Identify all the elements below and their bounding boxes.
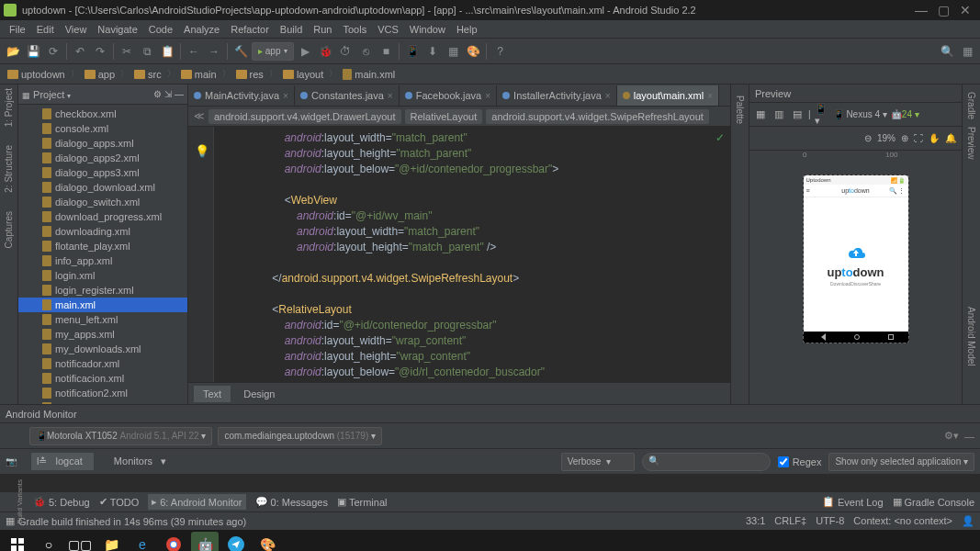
theme-editor-icon[interactable]: 🎨 <box>464 42 482 61</box>
menu-refactor[interactable]: Refactor <box>225 24 275 35</box>
zoom-out-icon[interactable]: ⊖ <box>864 133 872 143</box>
tool-tab-terminal[interactable]: ▣Terminal <box>337 496 388 508</box>
project-settings-icon[interactable]: ⚙ <box>153 89 162 99</box>
structure-tool-tab[interactable]: 2: Structure <box>4 145 14 193</box>
line-separator[interactable]: CRLF‡ <box>774 515 806 527</box>
redo-icon[interactable]: ↷ <box>91 42 109 61</box>
project-file[interactable]: download_progress.xml <box>18 209 187 224</box>
open-icon[interactable]: 📂 <box>4 42 22 61</box>
nav-layout[interactable]: layout <box>279 69 327 80</box>
avd-icon[interactable]: 📱 <box>403 42 422 61</box>
cut-icon[interactable]: ✂ <box>118 42 136 61</box>
chrome-icon[interactable] <box>160 532 187 551</box>
run-icon[interactable]: ▶ <box>296 42 314 61</box>
monitor-hide-icon[interactable]: — <box>964 431 974 442</box>
preview-tab[interactable]: Preview <box>966 127 976 160</box>
breadcrumb-item[interactable]: RelativeLayout <box>405 109 483 124</box>
intention-bulb-icon[interactable]: 💡 <box>195 143 206 154</box>
screenshot-icon[interactable]: 📷 <box>6 456 24 467</box>
paste-icon[interactable]: 📋 <box>158 42 176 61</box>
taskview-icon[interactable]: ▢▢ <box>66 532 94 551</box>
project-file[interactable]: my_apps.xml <box>18 327 187 342</box>
menu-view[interactable]: View <box>60 24 93 35</box>
menu-edit[interactable]: Edit <box>31 24 60 35</box>
menu-window[interactable]: Window <box>404 24 451 35</box>
menu-vcs[interactable]: VCS <box>372 24 404 35</box>
device-dropdown[interactable]: 📱 Motorola XT1052 Android 5.1, API 22 ▾ <box>29 427 212 445</box>
tool-tab-debug[interactable]: 🐞5: Debug <box>33 496 90 508</box>
tool-tab-todo[interactable]: ✔TODO <box>99 496 140 508</box>
preview-canvas[interactable]: 0 100 Uptodown📶 🔋 ≡ uptodown 🔍 ⋮ uptodow… <box>749 151 962 404</box>
logcat-tab[interactable]: l≛ logcat <box>31 453 94 470</box>
menu-navigate[interactable]: Navigate <box>92 24 142 35</box>
debug-icon[interactable]: 🐞 <box>316 42 334 61</box>
cortana-icon[interactable]: ○ <box>35 532 62 551</box>
make-icon[interactable]: 🔨 <box>231 42 250 61</box>
menu-run[interactable]: Run <box>308 24 337 35</box>
project-file[interactable]: menu_left.xml <box>18 312 187 327</box>
profile-icon[interactable]: ⏱ <box>336 42 355 61</box>
project-file[interactable]: dialogo_download.xml <box>18 180 187 195</box>
menu-tools[interactable]: Tools <box>337 24 372 35</box>
preview-mode-icon[interactable]: ▦ <box>753 107 768 122</box>
menu-build[interactable]: Build <box>275 24 308 35</box>
nav-app[interactable]: app <box>81 69 118 80</box>
tool-tab-gradleconsole[interactable]: ▦Gradle Console <box>893 496 974 508</box>
context-indicator[interactable]: Context: <no context> <box>853 515 952 527</box>
paint-icon[interactable]: 🎨 <box>253 532 281 551</box>
device-dropdown[interactable]: 📱 Nexus 4 ▾ <box>833 109 887 119</box>
project-tree[interactable]: checkbox.xmlconsole.xmldialogo_apps.xmld… <box>18 105 187 404</box>
tool-tab-messages[interactable]: 💬0: Messages <box>255 496 328 508</box>
project-file[interactable]: notificacion.xml <box>18 371 187 386</box>
nav-main[interactable]: main <box>177 69 220 80</box>
close-button[interactable]: ✕ <box>954 3 976 17</box>
start-button[interactable] <box>4 532 31 551</box>
tool-tab-eventlog[interactable]: 📋Event Log <box>822 496 884 508</box>
orientation-icon[interactable]: 📱▾ <box>815 107 829 122</box>
save-icon[interactable]: 💾 <box>24 42 42 61</box>
nav-main-xml[interactable]: main.xml <box>339 69 399 80</box>
project-file[interactable]: console.xml <box>18 121 187 136</box>
nav-uptodown[interactable]: uptodown <box>4 69 69 80</box>
menu-code[interactable]: Code <box>143 24 178 35</box>
log-search-input[interactable] <box>642 453 771 471</box>
pan-icon[interactable]: ✋ <box>929 133 940 143</box>
editor-tab[interactable]: MainActivity.java× <box>188 85 295 106</box>
monitors-tab[interactable]: Monitors ▾ <box>103 453 172 470</box>
api-dropdown[interactable]: 🤖24 ▾ <box>891 109 919 119</box>
log-filter-dropdown[interactable]: Show only selected application ▾ <box>828 453 974 471</box>
breadcrumb-item[interactable]: android.support.v4.widget.SwipeRefreshLa… <box>486 109 709 124</box>
preview-mode2-icon[interactable]: ▥ <box>772 107 786 122</box>
menu-help[interactable]: Help <box>451 24 483 35</box>
memory-indicator[interactable]: 👤 <box>962 515 974 527</box>
project-file[interactable]: perfil.xml <box>18 400 187 404</box>
log-level-dropdown[interactable]: Verbose ▾ <box>561 453 635 471</box>
zoom-in-icon[interactable]: ⊕ <box>901 133 908 143</box>
captures-tool-tab[interactable]: Captures <box>4 211 14 249</box>
project-file[interactable]: dialogo_apps.xml <box>18 136 187 151</box>
project-tool-tab[interactable]: 1: Project <box>4 88 14 127</box>
close-tab-icon[interactable]: × <box>388 91 393 101</box>
editor-tab[interactable]: InstallerActivity.java× <box>497 85 617 106</box>
process-dropdown[interactable]: com.mediaingea.uptodown (15179) ▾ <box>218 427 382 445</box>
project-file[interactable]: login_register.xml <box>18 283 187 298</box>
android-model-tab[interactable]: Android Model <box>966 307 976 365</box>
project-file[interactable]: login.xml <box>18 268 187 283</box>
project-file[interactable]: checkbox.xml <box>18 107 187 121</box>
editor-tab[interactable]: Facebook.java× <box>400 85 497 106</box>
design-tab[interactable]: Design <box>234 386 284 402</box>
preview-mode3-icon[interactable]: ▤ <box>790 107 805 122</box>
build-variants-tab[interactable]: Build Variants <box>6 479 24 524</box>
telegram-icon[interactable] <box>222 532 250 551</box>
project-file[interactable]: info_app.xml <box>18 253 187 268</box>
run-config-dropdown[interactable]: ▸ app▾ <box>252 42 294 61</box>
sync-icon[interactable]: ⟳ <box>44 42 62 61</box>
nav-src[interactable]: src <box>130 69 165 80</box>
android-studio-icon[interactable]: 🤖 <box>191 532 219 551</box>
close-tab-icon[interactable]: × <box>283 91 288 101</box>
back-icon[interactable]: ← <box>185 42 203 61</box>
stop-icon[interactable]: ■ <box>377 42 395 61</box>
nav-res[interactable]: res <box>232 69 267 80</box>
sdk-icon[interactable]: ⬇ <box>423 42 442 61</box>
layout-inspector-icon[interactable]: ▦ <box>444 42 462 61</box>
